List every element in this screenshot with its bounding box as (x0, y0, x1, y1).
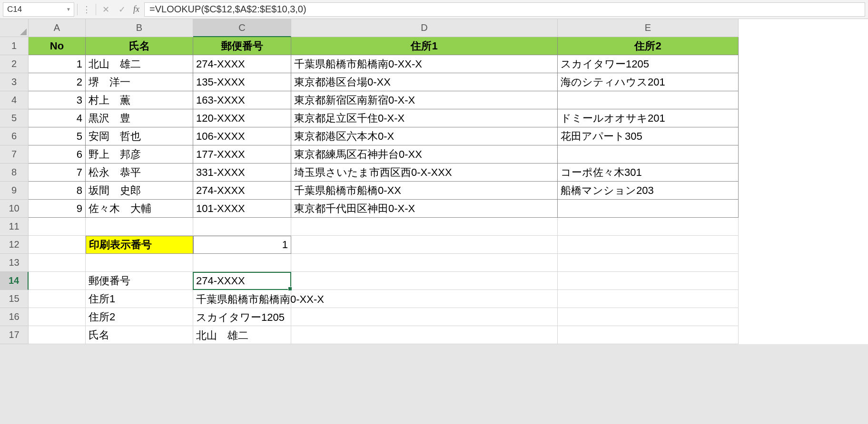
cell[interactable] (29, 218, 86, 236)
cell[interactable] (558, 272, 739, 290)
cell[interactable]: 3 (29, 91, 86, 109)
row-header[interactable]: 13 (0, 254, 29, 272)
row-header[interactable]: 9 (0, 182, 29, 200)
row-header[interactable]: 2 (0, 55, 29, 73)
row-header[interactable]: 3 (0, 73, 29, 91)
cell[interactable]: 松永 恭平 (86, 164, 193, 182)
cell[interactable] (86, 218, 193, 236)
cancel-button[interactable]: ✕ (99, 3, 112, 16)
cell[interactable] (29, 254, 86, 272)
cell[interactable]: 6 (29, 145, 86, 164)
cell[interactable]: 東京都千代田区神田0-X-X (291, 200, 558, 218)
cell[interactable]: 東京都足立区千住0-X-X (291, 109, 558, 127)
cell[interactable] (291, 254, 558, 272)
cell[interactable]: 163-XXXX (193, 91, 291, 109)
cell[interactable]: 274-XXXX (193, 55, 291, 73)
more-icon[interactable]: ⋮ (80, 4, 93, 15)
cell[interactable]: 北山 雄二 (86, 55, 193, 73)
cell[interactable] (29, 308, 86, 326)
cell[interactable] (29, 290, 86, 308)
cell[interactable] (29, 326, 86, 344)
cell[interactable]: 9 (29, 200, 86, 218)
column-header[interactable]: E (558, 19, 739, 37)
cell[interactable] (86, 254, 193, 272)
cell[interactable]: 8 (29, 182, 86, 200)
cell[interactable]: 千葉県船橋市船橋0-XX (291, 182, 558, 200)
cell[interactable]: 安岡 哲也 (86, 127, 193, 145)
cell[interactable] (193, 254, 291, 272)
cell[interactable]: 274-XXXX (193, 182, 291, 200)
cell[interactable] (558, 326, 739, 344)
cell[interactable]: 村上 薫 (86, 91, 193, 109)
cell[interactable] (558, 200, 739, 218)
result-label[interactable]: 住所1 (86, 290, 193, 308)
cell[interactable]: 101-XXXX (193, 200, 291, 218)
row-header[interactable]: 11 (0, 218, 29, 236)
column-header[interactable]: D (291, 19, 558, 37)
result-label[interactable]: 氏名 (86, 326, 193, 344)
cell[interactable] (291, 308, 558, 326)
name-box[interactable]: C14 ▼ (3, 2, 74, 17)
column-header[interactable]: B (86, 19, 193, 37)
cell[interactable] (291, 290, 558, 308)
cell[interactable] (291, 272, 558, 290)
cell[interactable] (29, 236, 86, 254)
cell[interactable] (558, 308, 739, 326)
cell[interactable]: 4 (29, 109, 86, 127)
cell[interactable]: 東京都新宿区南新宿0-X-X (291, 91, 558, 109)
row-header[interactable]: 16 (0, 308, 29, 326)
cell[interactable]: 海のシティハウス201 (558, 73, 739, 91)
cell[interactable] (291, 218, 558, 236)
cell[interactable] (558, 236, 739, 254)
cell[interactable]: 177-XXXX (193, 145, 291, 164)
result-label[interactable]: 郵便番号 (86, 272, 193, 290)
select-all-corner[interactable] (0, 19, 29, 37)
row-header[interactable]: 5 (0, 109, 29, 127)
cell[interactable] (558, 91, 739, 109)
cell[interactable]: 坂間 史郎 (86, 182, 193, 200)
row-header[interactable]: 4 (0, 91, 29, 109)
cell[interactable]: 佐々木 大輔 (86, 200, 193, 218)
cell[interactable]: コーポ佐々木301 (558, 164, 739, 182)
cell[interactable]: 7 (29, 164, 86, 182)
cell[interactable]: 千葉県船橋市船橋南0-XX-X (291, 55, 558, 73)
cell[interactable] (558, 218, 739, 236)
cell[interactable]: 5 (29, 127, 86, 145)
cell[interactable]: 東京都港区台場0-XX (291, 73, 558, 91)
row-header[interactable]: 10 (0, 200, 29, 218)
row-header[interactable]: 1 (0, 37, 29, 55)
confirm-button[interactable]: ✓ (115, 3, 128, 16)
cell[interactable]: ドミールオオサキ201 (558, 109, 739, 127)
row-header[interactable]: 7 (0, 145, 29, 164)
cell[interactable] (291, 326, 558, 344)
cell[interactable]: 東京都港区六本木0-X (291, 127, 558, 145)
spreadsheet[interactable]: ABCDE1No氏名郵便番号住所1住所221北山 雄二274-XXXX千葉県船橋… (0, 19, 868, 344)
cell[interactable] (193, 218, 291, 236)
row-header[interactable]: 17 (0, 326, 29, 344)
cell[interactable]: 106-XXXX (193, 127, 291, 145)
row-header[interactable]: 15 (0, 290, 29, 308)
row-header[interactable]: 6 (0, 127, 29, 145)
cell[interactable] (29, 272, 86, 290)
cell[interactable] (558, 145, 739, 164)
formula-input[interactable]: =VLOOKUP($C$12,$A$2:$E$10,3,0) (144, 2, 865, 17)
print-number[interactable]: 1 (193, 236, 291, 254)
print-label[interactable]: 印刷表示番号 (86, 236, 193, 254)
cell[interactable]: 黒沢 豊 (86, 109, 193, 127)
row-header[interactable]: 14 (0, 272, 29, 290)
cell[interactable]: 花田アパート305 (558, 127, 739, 145)
row-header[interactable]: 12 (0, 236, 29, 254)
column-header[interactable]: C (193, 19, 291, 37)
cell[interactable]: 堺 洋一 (86, 73, 193, 91)
cell[interactable]: 東京都練馬区石神井台0-XX (291, 145, 558, 164)
cell[interactable] (291, 236, 558, 254)
cell[interactable]: 135-XXXX (193, 73, 291, 91)
column-header[interactable]: A (29, 19, 86, 37)
cell[interactable]: 船橋マンション203 (558, 182, 739, 200)
result-value[interactable]: 274-XXXX (193, 272, 291, 290)
fx-icon[interactable]: fx (131, 4, 141, 14)
cell[interactable] (558, 290, 739, 308)
result-label[interactable]: 住所2 (86, 308, 193, 326)
dropdown-icon[interactable]: ▼ (66, 7, 71, 12)
row-header[interactable]: 8 (0, 164, 29, 182)
